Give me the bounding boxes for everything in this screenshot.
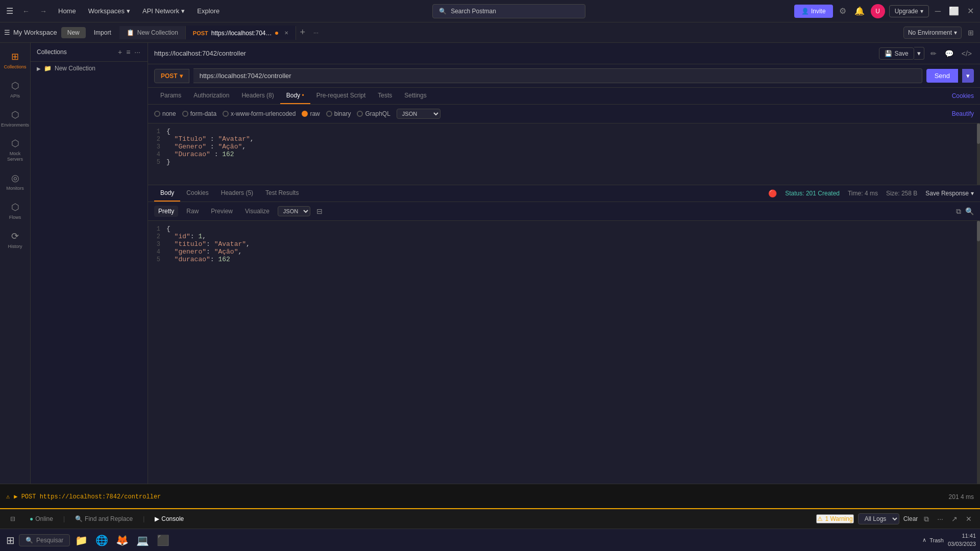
- taskbar-app-terminal[interactable]: ⬛: [154, 531, 172, 549]
- tab-authorization[interactable]: Authorization: [187, 88, 235, 104]
- back-button[interactable]: ←: [19, 5, 33, 17]
- api-network-dropdown[interactable]: API Network ▾: [138, 5, 189, 17]
- send-button[interactable]: Send: [926, 69, 958, 83]
- json-format-select[interactable]: JSON Text JavaScript HTML XML: [397, 109, 440, 119]
- tab-headers[interactable]: Headers (8): [235, 88, 280, 104]
- response-json-format-select[interactable]: JSON: [278, 206, 310, 216]
- save-response-button[interactable]: Save Response ▾: [925, 190, 974, 197]
- collections-options-button[interactable]: ≡: [125, 47, 131, 57]
- forward-button[interactable]: →: [37, 5, 50, 17]
- tab-params[interactable]: Params: [154, 88, 187, 104]
- resp-tab-headers[interactable]: Headers (5): [215, 185, 259, 202]
- add-collection-button[interactable]: +: [117, 47, 123, 57]
- find-replace-button[interactable]: 🔍 Find and Replace: [71, 513, 137, 524]
- sidebar-item-monitors[interactable]: ◎ Monitors: [2, 168, 29, 195]
- workspaces-dropdown[interactable]: Workspaces ▾: [84, 5, 134, 17]
- log-filter-select[interactable]: All Logs: [858, 513, 899, 524]
- warning-badge[interactable]: ⚠ 1 Warning: [816, 514, 853, 523]
- menu-button[interactable]: ☰: [4, 4, 15, 18]
- option-none[interactable]: none: [154, 110, 176, 117]
- new-tab-button[interactable]: +: [296, 27, 310, 38]
- more-console-button[interactable]: ···: [935, 513, 945, 525]
- taskbar-app-firefox[interactable]: 🦊: [113, 531, 131, 549]
- notifications-button[interactable]: 🔔: [852, 4, 867, 18]
- method-url-row: POST ▾ Send ▾: [148, 64, 980, 88]
- search-input[interactable]: 🔍 Search Postman: [432, 4, 585, 18]
- sidebar-item-environments[interactable]: ⬡ Environments: [2, 105, 29, 132]
- clock: 11:41 03/03/2023: [948, 532, 976, 548]
- option-raw[interactable]: raw: [302, 110, 320, 117]
- comment-button[interactable]: 💬: [943, 47, 955, 60]
- cookies-link[interactable]: Cookies: [952, 92, 974, 99]
- resp-format-visualize[interactable]: Visualize: [241, 206, 274, 217]
- tray-icon-up[interactable]: ∧: [922, 537, 926, 543]
- response-scrollbar-thumb[interactable]: [977, 221, 980, 241]
- layout-button[interactable]: ⊞: [966, 27, 976, 39]
- tab-pre-request-script[interactable]: Pre-request Script: [310, 88, 372, 104]
- tab-request[interactable]: POST https://localhost:704… ✕: [186, 26, 296, 40]
- taskbar-left: ⊞ 🔍 Pesquisar 📁 🌐 🦊 💻 ⬛: [4, 531, 172, 549]
- resp-tab-test-results[interactable]: Test Results: [259, 185, 305, 202]
- editor-scrollbar-thumb[interactable]: [977, 123, 980, 144]
- sidebar-item-collections[interactable]: ⊞ Collections: [2, 47, 29, 74]
- online-status-button[interactable]: ● Online: [26, 513, 57, 524]
- sidebar-item-flows[interactable]: ⬡ Flows: [2, 197, 29, 224]
- taskbar-search[interactable]: 🔍 Pesquisar: [19, 534, 70, 546]
- resp-tab-cookies[interactable]: Cookies: [180, 185, 214, 202]
- taskbar-app-explorer[interactable]: 📁: [72, 531, 90, 549]
- sidebar-item-mock-servers[interactable]: ⬡ Mock Servers: [2, 134, 29, 166]
- more-tabs-button[interactable]: ···: [309, 29, 323, 36]
- settings-button[interactable]: ⚙: [837, 4, 848, 18]
- home-link[interactable]: Home: [54, 5, 80, 17]
- editor-scrollbar[interactable]: [977, 123, 980, 185]
- filter-button[interactable]: ⊟: [314, 205, 325, 217]
- clear-button[interactable]: Clear: [903, 515, 918, 522]
- sidebar-item-history[interactable]: ⟳ History: [2, 227, 29, 254]
- tab-collection[interactable]: 📋 New Collection: [119, 26, 186, 39]
- resp-format-preview[interactable]: Preview: [207, 206, 237, 217]
- url-input[interactable]: [193, 68, 922, 83]
- collection-item[interactable]: ▶ 📁 New Collection: [31, 62, 148, 75]
- edit-button[interactable]: ✏: [928, 47, 939, 60]
- console-button[interactable]: ▶ Console: [151, 513, 188, 524]
- beautify-button[interactable]: Beautify: [952, 110, 974, 117]
- resp-format-raw[interactable]: Raw: [182, 206, 203, 217]
- close-console-button[interactable]: ✕: [964, 513, 974, 525]
- search-response-button[interactable]: 🔍: [965, 207, 974, 215]
- close-button[interactable]: ✕: [965, 4, 976, 18]
- layout-toggle-button[interactable]: ⊟: [6, 513, 19, 524]
- taskbar-app-vscode[interactable]: 💻: [133, 531, 152, 549]
- option-binary[interactable]: binary: [326, 110, 351, 117]
- send-chevron-button[interactable]: ▾: [962, 69, 974, 83]
- explore-link[interactable]: Explore: [193, 5, 224, 17]
- option-urlencoded[interactable]: x-www-form-urlencoded: [223, 110, 296, 117]
- method-selector[interactable]: POST ▾: [154, 69, 189, 83]
- option-form-data[interactable]: form-data: [182, 110, 216, 117]
- option-graphql[interactable]: GraphQL: [357, 110, 390, 117]
- tab-settings[interactable]: Settings: [398, 88, 432, 104]
- copy-response-button[interactable]: ⧉: [956, 207, 961, 216]
- taskbar-app-chrome[interactable]: 🌐: [92, 531, 111, 549]
- avatar[interactable]: U: [871, 4, 885, 18]
- collections-more-button[interactable]: ···: [133, 47, 141, 57]
- new-button[interactable]: New: [61, 27, 86, 38]
- save-chevron-button[interactable]: ▾: [914, 47, 924, 60]
- windows-button[interactable]: ⊞: [4, 532, 17, 548]
- code-line-1: 1 {: [148, 128, 980, 135]
- invite-button[interactable]: 👤 Invite: [794, 5, 833, 18]
- import-button[interactable]: Import: [90, 27, 115, 38]
- duplicate-button[interactable]: ⧉: [922, 513, 931, 525]
- environment-selector[interactable]: No Environment ▾: [903, 27, 962, 39]
- tab-body[interactable]: Body •: [280, 88, 310, 104]
- upgrade-button[interactable]: Upgrade ▾: [889, 5, 929, 17]
- save-button[interactable]: 💾 Save: [879, 47, 914, 60]
- resp-format-pretty[interactable]: Pretty: [154, 206, 178, 217]
- request-body-editor[interactable]: 1 { 2 "Titulo" : "Avatar", 3 "Genero" : …: [148, 123, 980, 185]
- minimize-button[interactable]: ─: [933, 5, 943, 18]
- code-button[interactable]: </>: [960, 47, 974, 60]
- sidebar-item-apis[interactable]: ⬡ APIs: [2, 76, 29, 103]
- resp-tab-body[interactable]: Body: [154, 185, 180, 202]
- pop-out-button[interactable]: ↗: [949, 513, 960, 525]
- maximize-button[interactable]: ⬜: [947, 4, 961, 18]
- tab-tests[interactable]: Tests: [372, 88, 398, 104]
